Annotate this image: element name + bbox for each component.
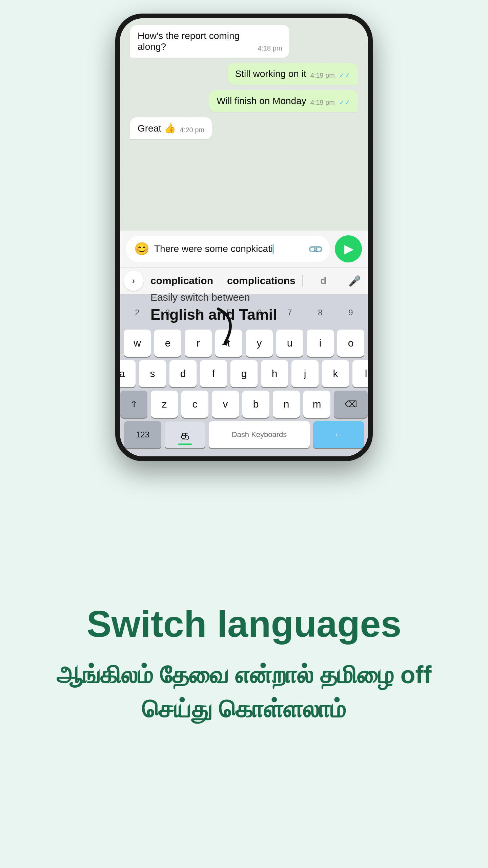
switch-languages-title: Switch languages [86, 603, 401, 644]
list-item: How's the report coming along? 4:18 pm [130, 25, 289, 58]
message-text: Still working on it [235, 68, 306, 79]
key-9[interactable]: 9 [337, 299, 364, 326]
key-l[interactable]: l [352, 360, 368, 387]
key-7[interactable]: 7 [276, 299, 303, 326]
mic-button[interactable]: 🎤 [344, 271, 365, 291]
keyboard-row-bottom: 123 த Dash Keyboards ← [124, 421, 364, 448]
key-8[interactable]: 8 [307, 299, 334, 326]
message-input-box[interactable]: 😊 There were some conpkicati 🔗 [126, 236, 330, 262]
message-time: 4:19 pm [310, 72, 335, 79]
tamil-language-key[interactable]: த [165, 421, 205, 448]
key-return[interactable]: ← [313, 421, 364, 448]
phone-area: How's the report coming along? 4:18 pm S… [0, 0, 488, 461]
autocomplete-word-1[interactable]: complication [144, 275, 220, 287]
autocomplete-word-3[interactable]: d [303, 275, 344, 287]
key-k[interactable]: k [322, 360, 349, 387]
input-text-content: There were some conpkicati [154, 243, 273, 254]
key-c[interactable]: c [181, 391, 208, 418]
keyboard-row-numbers: 1 2 3 4 5 6 7 8 9 0 [124, 299, 364, 326]
chat-background: How's the report coming along? 4:18 pm S… [120, 18, 368, 231]
tamil-indicator [178, 443, 192, 445]
key-0[interactable]: 0 [368, 299, 368, 326]
key-a[interactable]: a [120, 360, 136, 387]
message-text: Will finish on Monday [217, 96, 306, 106]
key-f[interactable]: f [200, 360, 227, 387]
autocomplete-word-2[interactable]: complications [220, 275, 303, 287]
keyboard-body: 1 2 3 4 5 6 7 8 9 0 q w [120, 294, 368, 456]
expand-autocomplete-button[interactable]: › [123, 271, 144, 291]
key-u[interactable]: u [276, 330, 303, 357]
message-text: Great 👍 [138, 123, 176, 134]
key-2[interactable]: 2 [124, 299, 151, 326]
phone-screen: How's the report coming along? 4:18 pm S… [120, 18, 368, 456]
key-6[interactable]: 6 [246, 299, 273, 326]
attach-icon[interactable]: 🔗 [307, 240, 324, 258]
keyboard-area: 😊 There were some conpkicati 🔗 ▶ › compl [120, 231, 368, 456]
key-n[interactable]: n [273, 391, 300, 418]
message-input[interactable]: There were some conpkicati [154, 243, 305, 255]
message-ticks: ✓✓ [339, 71, 350, 79]
key-h[interactable]: h [261, 360, 288, 387]
keyboard-row-z: ⇧ z c v b n m ⌫ [124, 391, 364, 418]
key-1[interactable]: 1 [120, 299, 120, 326]
key-4[interactable]: 4 [185, 299, 212, 326]
keyboard-row-a: a s d f g h j k l [124, 360, 364, 387]
text-cursor [273, 244, 273, 254]
message-time: 4:18 pm [258, 44, 282, 52]
message-text: How's the report coming along? [138, 31, 253, 52]
autocomplete-suggestions: complication complications d [144, 275, 344, 287]
key-backspace[interactable]: ⌫ [334, 391, 368, 418]
key-o[interactable]: o [337, 330, 364, 357]
phone-frame: How's the report coming along? 4:18 pm S… [115, 14, 373, 461]
tamil-character: த [181, 428, 189, 442]
key-w[interactable]: w [124, 330, 151, 357]
list-item: Still working on it 4:19 pm ✓✓ [228, 63, 358, 85]
key-v[interactable]: v [212, 391, 239, 418]
message-ticks: ✓✓ [339, 98, 350, 106]
key-d[interactable]: d [169, 360, 197, 387]
key-space[interactable]: Dash Keyboards [209, 421, 310, 448]
key-b[interactable]: b [242, 391, 269, 418]
list-item: Will finish on Monday 4:19 pm ✓✓ [209, 90, 358, 112]
key-q[interactable]: q [120, 330, 120, 357]
key-i[interactable]: i [307, 330, 334, 357]
key-5[interactable]: 5 [215, 299, 242, 326]
key-shift[interactable]: ⇧ [120, 391, 147, 418]
key-t[interactable]: t [215, 330, 242, 357]
key-m[interactable]: m [303, 391, 330, 418]
list-item: Great 👍 4:20 pm [130, 117, 212, 139]
send-icon: ▶ [344, 242, 354, 256]
emoji-icon[interactable]: 😊 [134, 242, 149, 256]
message-time: 4:20 pm [180, 126, 204, 134]
key-numbers-switch[interactable]: 123 [124, 421, 161, 448]
key-y[interactable]: y [246, 330, 273, 357]
key-g[interactable]: g [230, 360, 258, 387]
key-s[interactable]: s [139, 360, 166, 387]
key-r[interactable]: r [185, 330, 212, 357]
autocomplete-bar: › complication complications d 🎤 [120, 267, 368, 294]
switch-languages-subtitle: ஆங்கிலம் தேவை என்றால் தமிழை off செய்து க… [27, 658, 461, 726]
key-z[interactable]: z [151, 391, 178, 418]
key-j[interactable]: j [291, 360, 319, 387]
key-p[interactable]: p [368, 330, 368, 357]
key-e[interactable]: e [154, 330, 181, 357]
keyboard-row-q: q w e r t y u i o p [124, 330, 364, 357]
bottom-section: Switch languages ஆங்கிலம் தேவை என்றால் த… [0, 461, 488, 868]
message-time: 4:19 pm [310, 99, 335, 106]
input-bar: 😊 There were some conpkicati 🔗 ▶ [120, 231, 368, 267]
key-3[interactable]: 3 [154, 299, 181, 326]
send-button[interactable]: ▶ [335, 235, 362, 262]
